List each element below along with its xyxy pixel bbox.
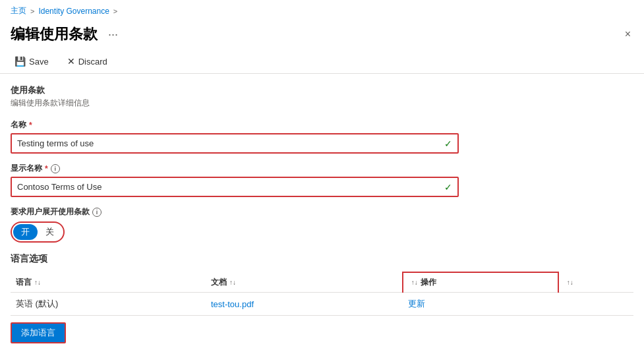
table-row: 英语 (默认) test-tou.pdf 更新 [11,293,633,316]
breadcrumb-governance[interactable]: Identity Governance [38,7,109,16]
breadcrumb-sep1: > [30,7,34,15]
discard-label: Discard [78,57,107,67]
extra-sort-icon[interactable]: ↑↓ [567,279,573,286]
main-content: 使用条款 编辑使用条款详细信息 名称 * ✓ 显示名称 * i ✓ 要求用户展开… [0,74,644,352]
display-name-info-icon[interactable]: i [51,164,60,173]
name-input[interactable] [12,134,457,152]
lang-cell: 英语 (默认) [11,293,206,316]
ops-cell: 更新 [403,293,558,316]
doc-cell: test-tou.pdf [206,293,403,316]
page-header: 编辑使用条款 ··· × [0,22,644,49]
page-title: 编辑使用条款 [11,24,98,44]
breadcrumb-sep2: > [113,7,117,15]
form-section-subtitle: 编辑使用条款详细信息 [11,98,633,109]
lang-sort-icon[interactable]: ↑↓ [34,279,41,286]
doc-col-header: 文档 ↑↓ [206,272,403,293]
expand-toggle[interactable]: 开 关 [11,221,65,243]
display-name-input[interactable] [12,178,457,196]
breadcrumb: 主页 > Identity Governance > [0,0,644,22]
display-name-input-wrap: ✓ [11,177,459,197]
display-name-label: 显示名称 * i [11,163,459,174]
language-table: 语言 ↑↓ 文档 ↑↓ ↑↓ 操作 [11,272,633,316]
name-check-icon: ✓ [444,138,452,149]
toggle-on[interactable]: 开 [13,224,38,240]
close-icon[interactable]: × [622,26,633,43]
discard-button[interactable]: ✕ Discard [63,53,111,69]
display-name-field: 显示名称 * i ✓ [11,163,459,197]
update-link[interactable]: 更新 [408,299,425,308]
expand-info-icon[interactable]: i [92,208,102,217]
save-button[interactable]: 💾 Save [11,53,53,69]
display-name-check-icon: ✓ [444,182,452,192]
breadcrumb-home[interactable]: 主页 [11,5,26,16]
doc-sort-icon[interactable]: ↑↓ [229,279,236,286]
name-label: 名称 * [11,119,459,131]
language-section-title: 语言选项 [11,253,633,265]
doc-link[interactable]: test-tou.pdf [211,299,254,309]
lang-col-header: 语言 ↑↓ [11,272,206,293]
display-name-required: * [45,164,48,173]
name-input-wrap: ✓ [11,133,459,154]
extra-cell [558,293,633,316]
more-icon[interactable]: ··· [104,26,122,43]
toolbar: 💾 Save ✕ Discard [0,49,644,74]
save-icon: 💾 [15,56,26,67]
add-language-button[interactable]: 添加语言 [11,322,66,343]
toggle-off[interactable]: 关 [38,224,62,240]
expand-toggle-field: 要求用户展开使用条款 i 开 关 [11,206,633,243]
name-field: 名称 * ✓ [11,119,459,154]
name-required: * [29,121,32,130]
ops-col-header: ↑↓ 操作 [403,272,558,293]
expand-label: 要求用户展开使用条款 i [11,206,633,218]
discard-icon: ✕ [67,56,75,67]
save-label: Save [29,57,49,67]
ops-sort-icon-left[interactable]: ↑↓ [411,279,418,286]
extra-col-header: ↑↓ [558,272,633,293]
form-section-title: 使用条款 [11,84,633,96]
